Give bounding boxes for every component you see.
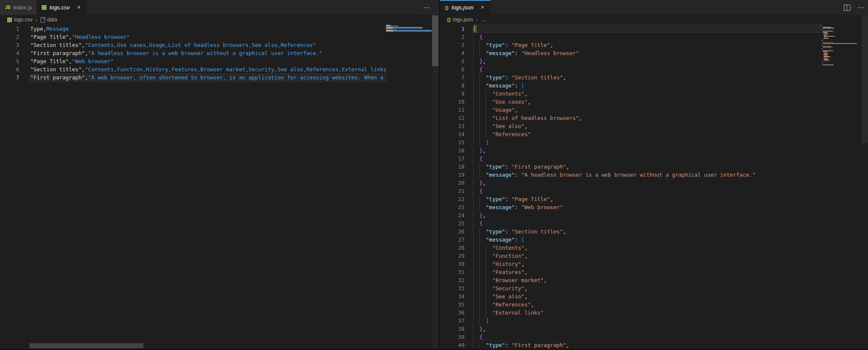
code-line[interactable]: "Usage", xyxy=(473,106,821,114)
code-token: Type, xyxy=(30,26,46,32)
code-line[interactable]: ] xyxy=(473,138,821,146)
code-line[interactable]: "type": "First paragraph", xyxy=(473,163,821,171)
code-token: , xyxy=(483,180,486,186)
code-line[interactable]: [ xyxy=(473,25,821,33)
code-line[interactable]: "External links" xyxy=(473,309,821,317)
vertical-scrollbar[interactable] xyxy=(862,15,868,350)
minimap[interactable] xyxy=(821,25,865,350)
chevron-right-icon: › xyxy=(35,17,37,23)
scrollbar-slider[interactable] xyxy=(432,15,438,66)
more-actions-icon[interactable]: ⋯ xyxy=(856,3,866,12)
code-line[interactable]: { xyxy=(473,65,821,73)
breadcrumb-file[interactable]: {} logs.json xyxy=(447,17,473,23)
line-number: 35 xyxy=(440,300,464,309)
breadcrumb-file[interactable]: logs.csv xyxy=(7,17,32,23)
code-line[interactable]: "List of headless browsers", xyxy=(473,114,821,122)
minimap-token xyxy=(828,34,828,35)
code-line[interactable]: }, xyxy=(473,325,821,333)
vertical-scrollbar[interactable] xyxy=(432,15,438,350)
indent-guide xyxy=(473,73,479,82)
code-line[interactable]: "References", xyxy=(473,300,821,309)
code-line[interactable]: "Features", xyxy=(473,268,821,276)
json-editor[interactable]: 1234567891011121314151617181920212223242… xyxy=(440,24,868,350)
code-line[interactable]: Type,Message xyxy=(30,25,386,33)
tab-logs-json[interactable]: {} logs.json × xyxy=(440,0,491,15)
code-token: "First paragraph" xyxy=(511,342,566,348)
code-token: "Page Title", xyxy=(30,34,72,40)
code-line[interactable]: "See also", xyxy=(473,292,821,300)
code-line[interactable]: "message": "A headless browser is a web … xyxy=(473,171,821,179)
code-line[interactable]: { xyxy=(473,333,821,341)
indent-guide xyxy=(473,317,479,325)
line-number: 31 xyxy=(440,268,464,276)
code-line[interactable]: "Contents", xyxy=(473,244,821,252)
code-line[interactable]: }, xyxy=(473,146,821,155)
minimap-token xyxy=(824,38,828,39)
split-editor-icon[interactable] xyxy=(844,5,851,11)
code-token: , xyxy=(566,342,569,348)
code-line[interactable]: "message": "Headless browser" xyxy=(473,49,821,57)
code-line[interactable]: "Section titles","Contents,Function,Hist… xyxy=(30,65,386,73)
code-line[interactable]: }, xyxy=(473,211,821,219)
code-line[interactable]: { xyxy=(473,219,821,228)
code-token: , xyxy=(483,147,486,154)
code-token: } xyxy=(479,212,483,219)
code-line[interactable]: "First paragraph","A web browser, often … xyxy=(30,73,386,82)
code-token: "A headless browser is a web browser wit… xyxy=(88,50,322,56)
more-actions-icon[interactable]: ⋯ xyxy=(421,3,432,12)
indent-guide xyxy=(473,98,479,106)
minimap-token xyxy=(827,53,828,54)
code-line[interactable]: ] xyxy=(473,317,821,325)
indent-guide xyxy=(473,219,479,228)
code-line[interactable]: "Contents", xyxy=(473,90,821,98)
minimap-token xyxy=(821,25,822,26)
tab-logs-csv[interactable]: logs.csv × xyxy=(37,0,87,15)
code-line[interactable]: "type": "Section titles", xyxy=(473,228,821,236)
code-token: [ xyxy=(521,236,525,243)
code-token: "Contents" xyxy=(492,245,524,251)
minimap[interactable] xyxy=(386,25,432,350)
code-line[interactable]: }, xyxy=(473,57,821,65)
code-line[interactable]: "References" xyxy=(473,130,821,138)
code-area[interactable]: Type,Message"Page Title","Headless brows… xyxy=(30,25,386,82)
code-line[interactable]: "Security", xyxy=(473,284,821,292)
code-line[interactable]: "Page Title","Headless browser" xyxy=(30,33,386,41)
breadcrumb-symbol[interactable]: … xyxy=(481,17,486,23)
code-line[interactable]: }, xyxy=(473,179,821,187)
code-token: "See also" xyxy=(492,293,524,300)
scrollbar-slider[interactable] xyxy=(862,15,868,143)
code-line[interactable]: "type": "Page Title", xyxy=(473,41,821,49)
horizontal-scrollbar-slider[interactable] xyxy=(29,343,143,348)
minimap-token xyxy=(822,48,823,49)
code-line[interactable]: "type": "Page Title", xyxy=(473,195,821,203)
code-token: : xyxy=(505,42,511,48)
tab-index-js[interactable]: JS index.js xyxy=(0,0,37,15)
code-line[interactable]: "type": "First paragraph", xyxy=(473,341,821,349)
csv-editor[interactable]: 1234567 Type,Message"Page Title","Headle… xyxy=(0,24,439,350)
close-tab-icon[interactable]: × xyxy=(479,4,486,11)
code-token: "Headless browser" xyxy=(521,50,579,56)
breadcrumb-symbol[interactable]: data xyxy=(41,17,57,23)
close-tab-icon[interactable]: × xyxy=(75,4,82,11)
indent-guide xyxy=(473,57,479,65)
code-line[interactable]: "Use cases", xyxy=(473,98,821,106)
code-line[interactable]: "Page Title","Web browser" xyxy=(30,57,386,65)
code-line[interactable]: { xyxy=(473,187,821,195)
code-line[interactable]: "message": [ xyxy=(473,82,821,90)
code-token: "Page Title" xyxy=(511,196,550,202)
code-line[interactable]: "First paragraph","A headless browser is… xyxy=(30,49,386,57)
code-token: : xyxy=(505,342,511,348)
code-area[interactable]: [{"type": "Page Title","message": "Headl… xyxy=(473,25,821,349)
code-line[interactable]: "type": "Section titles", xyxy=(473,73,821,82)
code-token: { xyxy=(479,220,483,227)
code-line[interactable]: "Browser market", xyxy=(473,276,821,284)
code-line[interactable]: "See also", xyxy=(473,122,821,130)
indent-guide xyxy=(479,268,486,276)
code-line[interactable]: { xyxy=(473,33,821,41)
code-line[interactable]: "Function", xyxy=(473,252,821,260)
code-line[interactable]: { xyxy=(473,155,821,163)
code-line[interactable]: "Section titles","Contents,Use cases,Usa… xyxy=(30,41,386,49)
code-line[interactable]: "History", xyxy=(473,260,821,268)
code-line[interactable]: "message": "Web browser" xyxy=(473,203,821,211)
code-line[interactable]: "message": [ xyxy=(473,236,821,244)
